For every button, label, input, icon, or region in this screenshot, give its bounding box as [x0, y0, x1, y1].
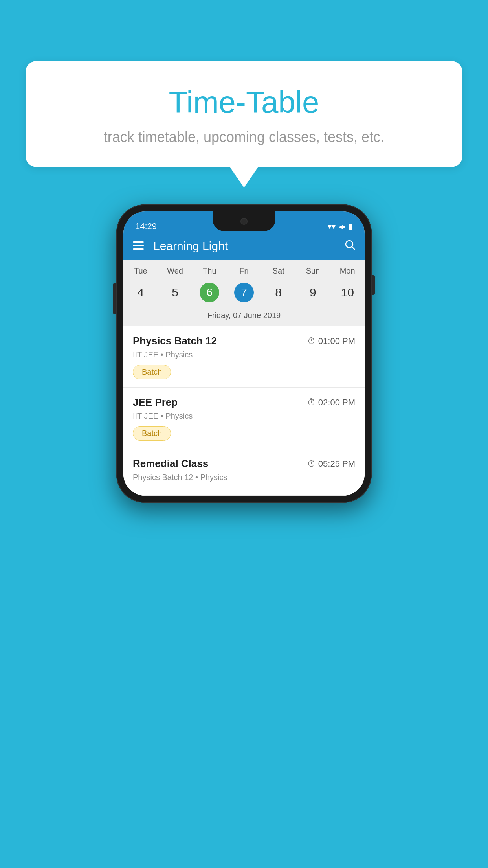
- schedule-item-header-3: Remedial Class ⏱ 05:25 PM: [133, 458, 355, 470]
- time-value-1: 01:00 PM: [318, 336, 355, 346]
- day-5[interactable]: 5: [158, 280, 193, 305]
- day-name-mon: Mon: [330, 267, 365, 276]
- time-value-2: 02:00 PM: [318, 397, 355, 408]
- phone-mockup: 14:29 ▾▾ ◂▪ ▮ Learning Light: [116, 204, 372, 503]
- day-names-row: Tue Wed Thu Fri Sat Sun Mon: [123, 267, 365, 276]
- time-value-3: 05:25 PM: [318, 459, 355, 469]
- status-icons: ▾▾ ◂▪ ▮: [328, 222, 353, 231]
- phone-notch: [213, 211, 275, 231]
- schedule-item-physics-batch[interactable]: Physics Batch 12 ⏱ 01:00 PM IIT JEE • Ph…: [123, 326, 365, 388]
- schedule-item-remedial[interactable]: Remedial Class ⏱ 05:25 PM Physics Batch …: [123, 449, 365, 496]
- day-name-thu: Thu: [192, 267, 227, 276]
- bubble-subtitle: track timetable, upcoming classes, tests…: [41, 129, 447, 145]
- schedule-sub-2: IIT JEE • Physics: [133, 412, 355, 421]
- day-name-sun: Sun: [296, 267, 330, 276]
- day-name-tue: Tue: [123, 267, 158, 276]
- phone-screen: 14:29 ▾▾ ◂▪ ▮ Learning Light: [123, 211, 365, 496]
- svg-point-3: [346, 241, 353, 248]
- schedule-time-2: ⏱ 02:00 PM: [307, 397, 355, 408]
- search-icon[interactable]: [345, 240, 355, 253]
- toolbar-title: Learning Light: [153, 239, 345, 253]
- day-name-sat: Sat: [261, 267, 296, 276]
- status-time: 14:29: [135, 221, 157, 232]
- battery-icon: ▮: [349, 222, 353, 231]
- day-name-wed: Wed: [158, 267, 193, 276]
- phone-side-button-right: [372, 275, 375, 295]
- day-10[interactable]: 10: [330, 280, 365, 305]
- schedule-sub-1: IIT JEE • Physics: [133, 350, 355, 359]
- clock-icon-1: ⏱: [307, 336, 316, 346]
- batch-badge-1: Batch: [133, 365, 171, 379]
- bubble-title: Time-Table: [41, 85, 447, 120]
- svg-line-4: [352, 247, 355, 250]
- selected-date-label: Friday, 07 June 2019: [123, 309, 365, 326]
- schedule-item-jee-prep[interactable]: JEE Prep ⏱ 02:00 PM IIT JEE • Physics Ba…: [123, 388, 365, 449]
- schedule-time-3: ⏱ 05:25 PM: [307, 459, 355, 469]
- camera-dot: [240, 218, 248, 225]
- svg-rect-2: [133, 248, 144, 250]
- schedule-item-header-1: Physics Batch 12 ⏱ 01:00 PM: [133, 335, 355, 347]
- speech-bubble-container: Time-Table track timetable, upcoming cla…: [26, 61, 462, 167]
- day-6-today[interactable]: 6: [192, 280, 227, 305]
- schedule-title-1: Physics Batch 12: [133, 335, 217, 347]
- schedule-title-3: Remedial Class: [133, 458, 208, 470]
- day-4[interactable]: 4: [123, 280, 158, 305]
- signal-icon: ◂▪: [339, 222, 345, 231]
- batch-badge-2: Batch: [133, 426, 171, 441]
- day-8[interactable]: 8: [261, 280, 296, 305]
- svg-rect-0: [133, 241, 144, 243]
- speech-bubble: Time-Table track timetable, upcoming cla…: [26, 61, 462, 167]
- wifi-icon: ▾▾: [328, 222, 336, 231]
- clock-icon-3: ⏱: [307, 459, 316, 469]
- svg-rect-1: [133, 245, 144, 246]
- day-numbers-row: 4 5 6 7 8 9 10: [123, 280, 365, 305]
- hamburger-icon[interactable]: [133, 239, 144, 253]
- schedule-list: Physics Batch 12 ⏱ 01:00 PM IIT JEE • Ph…: [123, 326, 365, 496]
- calendar-strip: Tue Wed Thu Fri Sat Sun Mon 4 5 6 7: [123, 260, 365, 326]
- phone-outer: 14:29 ▾▾ ◂▪ ▮ Learning Light: [116, 204, 372, 503]
- schedule-item-header-2: JEE Prep ⏱ 02:00 PM: [133, 396, 355, 408]
- schedule-time-1: ⏱ 01:00 PM: [307, 336, 355, 346]
- day-7-selected[interactable]: 7: [227, 280, 261, 305]
- schedule-sub-3: Physics Batch 12 • Physics: [133, 473, 355, 482]
- day-name-fri: Fri: [227, 267, 261, 276]
- phone-side-button-left: [113, 283, 116, 314]
- schedule-title-2: JEE Prep: [133, 396, 178, 408]
- app-toolbar: Learning Light: [123, 232, 365, 260]
- day-9[interactable]: 9: [296, 280, 330, 305]
- clock-icon-2: ⏱: [307, 397, 316, 408]
